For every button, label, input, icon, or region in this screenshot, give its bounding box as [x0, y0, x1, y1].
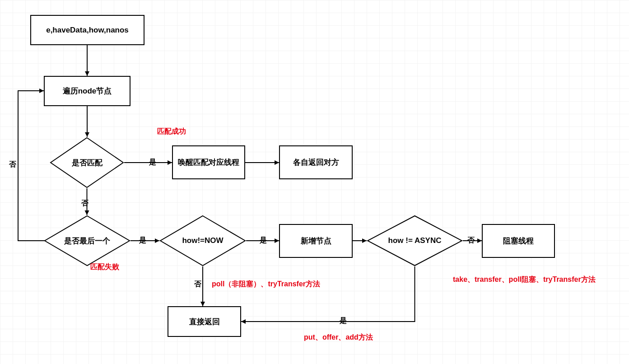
last-decision: 是否最后一个	[44, 215, 130, 266]
each-return-box: 各自返回对方	[279, 145, 353, 179]
match-decision-text: 是否匹配	[72, 158, 103, 168]
wakeup-box: 唤醒匹配对应线程	[172, 145, 245, 179]
note-poll-try: poll（非阻塞）、tryTransfer方法	[212, 280, 320, 289]
how-now-decision: how!=NOW	[159, 215, 246, 266]
wakeup-text: 唤醒匹配对应线程	[178, 157, 239, 168]
start-text: e,haveData,how,nanos	[46, 26, 129, 35]
how-now-decision-text: how!=NOW	[182, 236, 223, 245]
last-decision-text: 是否最后一个	[64, 236, 110, 246]
note-match-fail: 匹配失败	[90, 262, 119, 272]
flowchart-canvas: e,haveData,how,nanos 遍历node节点 唤醒匹配对应线程 各…	[0, 0, 629, 364]
edge-howasync-no: 否	[467, 236, 475, 245]
each-return-text: 各自返回对方	[293, 157, 339, 168]
traverse-text: 遍历node节点	[63, 86, 112, 96]
edge-last-yes: 是	[139, 236, 146, 245]
match-decision: 是否匹配	[50, 137, 124, 188]
note-take-transfer: take、transfer、poll阻塞、tryTransfer方法	[453, 275, 596, 285]
block-thread-text: 阻塞线程	[503, 236, 534, 246]
traverse-box: 遍历node节点	[44, 76, 130, 106]
direct-return-text: 直接返回	[189, 317, 220, 327]
edge-match-no: 否	[81, 199, 89, 208]
edge-howasync-yes: 是	[340, 316, 347, 326]
edge-last-no: 否	[9, 160, 16, 169]
new-node-box: 新增节点	[279, 224, 353, 258]
edge-match-yes: 是	[149, 158, 156, 167]
direct-return-box: 直接返回	[168, 306, 241, 337]
how-async-decision-text: how != ASYNC	[388, 236, 442, 245]
new-node-text: 新增节点	[301, 236, 331, 246]
edge-hownow-no: 否	[194, 280, 201, 289]
note-put-offer-add: put、offer、add方法	[304, 333, 373, 342]
start-box: e,haveData,how,nanos	[30, 15, 144, 45]
note-match-ok: 匹配成功	[157, 127, 186, 136]
edge-hownow-yes: 是	[260, 236, 267, 245]
block-thread-box: 阻塞线程	[482, 224, 555, 258]
how-async-decision: how != ASYNC	[367, 215, 463, 266]
